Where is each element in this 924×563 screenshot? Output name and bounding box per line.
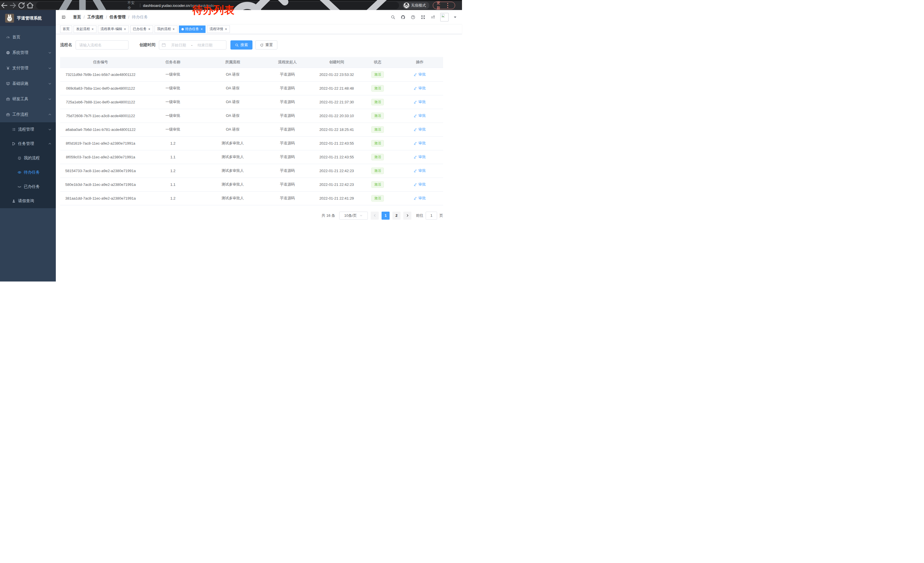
edit-icon bbox=[414, 196, 417, 200]
date-end-input[interactable] bbox=[194, 43, 216, 47]
github-icon[interactable] bbox=[400, 14, 406, 20]
status-badge: 激活 bbox=[371, 126, 384, 133]
goto-label: 前往 bbox=[416, 213, 423, 218]
approve-link[interactable]: 审批 bbox=[414, 141, 426, 146]
approve-link[interactable]: 审批 bbox=[414, 99, 426, 105]
robot-icon bbox=[18, 156, 21, 160]
cell-process: 测试多审批人 bbox=[205, 164, 261, 177]
breadcrumb: 首页/工作流程/任务管理/待办任务 bbox=[73, 15, 148, 20]
tab-close-icon[interactable]: × bbox=[148, 27, 151, 31]
process-name-input[interactable] bbox=[76, 41, 129, 50]
incognito-icon bbox=[404, 3, 410, 8]
next-page-button[interactable] bbox=[404, 212, 411, 220]
url-path: /bpm/task/todo bbox=[190, 3, 214, 8]
approve-link[interactable]: 审批 bbox=[414, 127, 426, 132]
cell-created: 2022-01-22 23:53:32 bbox=[314, 68, 358, 81]
cell-status: 激活 bbox=[359, 164, 396, 177]
tab-close-icon[interactable]: × bbox=[200, 27, 203, 31]
sidebar-item-label: 任务管理 bbox=[18, 141, 34, 146]
update-button[interactable]: 更新 bbox=[433, 2, 455, 9]
cell-task-name: 一级审批 bbox=[141, 109, 205, 123]
toolbox-icon bbox=[6, 97, 10, 101]
browser-reload-button[interactable] bbox=[17, 2, 26, 9]
approve-link[interactable]: 审批 bbox=[414, 72, 426, 77]
tab-label: 我的流程 bbox=[157, 27, 171, 32]
approve-link[interactable]: 审批 bbox=[414, 195, 426, 201]
cell-starter: 芋道源码 bbox=[261, 95, 315, 109]
tab-我的流程[interactable]: 我的流程× bbox=[154, 26, 177, 33]
tab-已办任务[interactable]: 已办任务× bbox=[130, 26, 153, 33]
sidebar-item-系统管理[interactable]: 系统管理 bbox=[0, 45, 56, 60]
page-size-select[interactable]: 10条/页 bbox=[339, 212, 368, 220]
approve-link[interactable]: 审批 bbox=[414, 182, 426, 187]
goto-page-input[interactable] bbox=[426, 212, 437, 220]
tab-label: 待办任务 bbox=[185, 27, 199, 32]
avatar-caret-icon[interactable] bbox=[453, 15, 458, 20]
chevron-right-icon bbox=[406, 214, 410, 217]
approve-link[interactable]: 审批 bbox=[414, 113, 426, 118]
approve-link[interactable]: 审批 bbox=[414, 155, 426, 159]
sidebar-item-任务管理[interactable]: 任务管理 bbox=[0, 137, 56, 151]
edit-icon bbox=[414, 86, 417, 90]
sidebar-item-待办任务[interactable]: 待办任务 bbox=[0, 165, 56, 180]
font-size-icon[interactable] bbox=[430, 14, 436, 20]
cell-created: 2022-01-22 20:33:10 bbox=[314, 109, 358, 123]
broken-image-icon bbox=[441, 14, 446, 18]
sidebar-item-研发工具[interactable]: 研发工具 bbox=[0, 92, 56, 107]
sidebar-item-基础设施[interactable]: 基础设施 bbox=[0, 76, 56, 92]
browser-forward-button[interactable] bbox=[9, 2, 17, 9]
breadcrumb-item[interactable]: 首页 bbox=[73, 15, 81, 20]
browser-menu-icon[interactable] bbox=[443, 2, 453, 9]
search-button[interactable]: 搜索 bbox=[230, 41, 252, 50]
forward-icon bbox=[9, 2, 17, 9]
sidebar-item-label: 首页 bbox=[12, 35, 20, 40]
tab-close-icon[interactable]: × bbox=[225, 27, 227, 31]
tab-待办任务[interactable]: 待办任务× bbox=[179, 26, 206, 33]
cell-task-id: 580e1b3d-7ac8-11ec-a9e2-a2380e71991a bbox=[60, 177, 141, 191]
tab-close-icon[interactable]: × bbox=[172, 27, 175, 31]
tab-close-icon[interactable]: × bbox=[91, 27, 94, 31]
table-row: 58154733-7ac8-11ec-a9e2-a2380e71991a1.2测… bbox=[60, 164, 443, 177]
page-button-2[interactable]: 2 bbox=[393, 212, 400, 220]
cell-process: OA 请假 bbox=[205, 123, 261, 136]
sidebar-item-流程管理[interactable]: 流程管理 bbox=[0, 122, 56, 137]
tab-流程详情[interactable]: 流程详情× bbox=[207, 26, 230, 33]
tab-close-icon[interactable]: × bbox=[124, 27, 126, 31]
browser-back-button[interactable] bbox=[0, 2, 9, 9]
header-search-icon[interactable] bbox=[390, 14, 396, 20]
cell-task-id: 725a1eb6-7b88-11ec-8ef0-acde48001122 bbox=[60, 95, 141, 109]
approve-link[interactable]: 审批 bbox=[414, 86, 426, 91]
breadcrumb-separator: / bbox=[128, 15, 129, 20]
page-button-1[interactable]: 1 bbox=[382, 212, 390, 220]
sidebar-item-首页[interactable]: 首页 bbox=[0, 30, 56, 45]
sidebar-item-请假查询[interactable]: 请假查询 bbox=[0, 194, 56, 208]
fullscreen-icon[interactable] bbox=[420, 14, 426, 20]
sidebar-item-工作流程[interactable]: 工作流程 bbox=[0, 107, 56, 122]
tab-发起流程[interactable]: 发起流程× bbox=[74, 26, 96, 33]
sidebar-collapse-button[interactable] bbox=[60, 14, 67, 20]
status-badge: 激活 bbox=[371, 113, 384, 119]
avatar[interactable] bbox=[440, 13, 448, 21]
chevron-down-icon bbox=[48, 82, 52, 86]
date-range-picker[interactable]: - bbox=[159, 41, 226, 50]
tab-流程表单-编辑[interactable]: 流程表单-编辑× bbox=[98, 26, 129, 33]
logo-row[interactable]: 芋道管理系统 bbox=[0, 10, 56, 26]
reset-button[interactable]: 重置 bbox=[255, 41, 278, 50]
sidebar-item-支付管理[interactable]: 支付管理 bbox=[0, 60, 56, 76]
date-start-input[interactable] bbox=[167, 43, 190, 47]
sidebar-item-已办任务[interactable]: 已办任务 bbox=[0, 180, 56, 194]
url-bar[interactable]: 不安全 dashboard.yudao.iocoder.cn/bpm/task/… bbox=[36, 2, 399, 9]
prev-page-button[interactable] bbox=[371, 212, 379, 220]
sidebar-menu: 首页系统管理支付管理基础设施研发工具工作流程流程管理任务管理我的流程待办任务已办… bbox=[0, 26, 56, 208]
cell-task-name: 一级审批 bbox=[141, 68, 205, 81]
approve-label: 审批 bbox=[418, 127, 426, 132]
cell-task-id: a6aba0a4-7b6d-11ec-b781-acde48001122 bbox=[60, 123, 141, 136]
breadcrumb-item[interactable]: 工作流程 bbox=[87, 15, 104, 20]
sidebar-item-我的流程[interactable]: 我的流程 bbox=[0, 151, 56, 165]
tab-首页[interactable]: 首页 bbox=[60, 26, 72, 33]
browser-home-button[interactable] bbox=[26, 2, 34, 9]
breadcrumb-item[interactable]: 任务管理 bbox=[110, 15, 126, 20]
help-icon[interactable] bbox=[410, 14, 416, 20]
edit-icon bbox=[414, 100, 417, 104]
approve-link[interactable]: 审批 bbox=[414, 168, 426, 173]
